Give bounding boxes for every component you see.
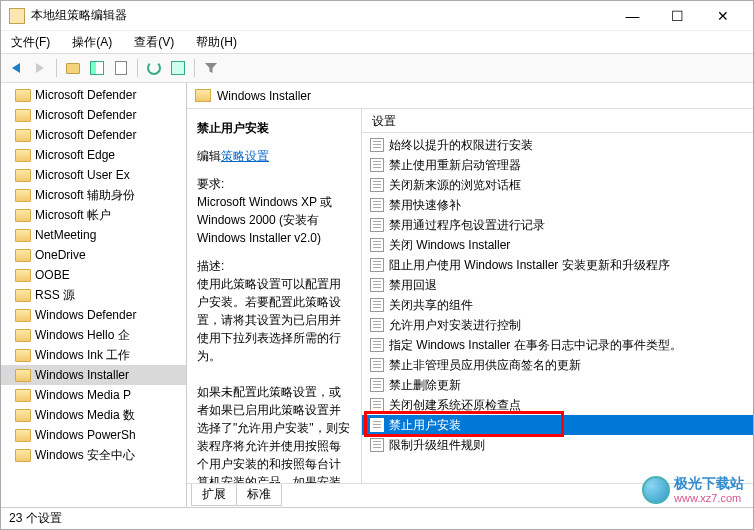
setting-item-label: 禁止使用重新启动管理器 (389, 157, 521, 174)
close-button[interactable]: ✕ (700, 2, 745, 30)
right-header-title: Windows Installer (217, 89, 311, 103)
tree-item-label: Windows Media 数 (35, 407, 135, 424)
titlebar: 本地组策略编辑器 — ☐ ✕ (1, 1, 753, 31)
policy-icon (370, 318, 384, 332)
tree-item[interactable]: OOBE (1, 265, 186, 285)
policy-icon (370, 378, 384, 392)
policy-icon (370, 178, 384, 192)
folder-icon (15, 409, 31, 422)
tree-item[interactable]: Microsoft Defender (1, 85, 186, 105)
status-text: 23 个设置 (9, 510, 62, 527)
settings-list[interactable]: 始终以提升的权限进行安装禁止使用重新启动管理器关闭新来源的浏览对话框禁用快速修补… (362, 133, 753, 483)
tree-item[interactable]: Microsoft 辅助身份 (1, 185, 186, 205)
policy-icon (370, 138, 384, 152)
tree-item[interactable]: NetMeeting (1, 225, 186, 245)
tree-item[interactable]: Windows Media P (1, 385, 186, 405)
tree-panel[interactable]: Microsoft DefenderMicrosoft DefenderMicr… (1, 83, 187, 507)
setting-item[interactable]: 禁用回退 (362, 275, 753, 295)
setting-item[interactable]: 禁止删除更新 (362, 375, 753, 395)
tree-item[interactable]: Windows Media 数 (1, 405, 186, 425)
tree-item-label: Microsoft Defender (35, 88, 136, 102)
desc-text: 使用此策略设置可以配置用户安装。若要配置此策略设置，请将其设置为已启用并使用下拉… (197, 275, 351, 483)
detail-edit-row: 编辑策略设置 (197, 147, 351, 165)
policy-icon (370, 198, 384, 212)
right-header: Windows Installer (187, 83, 753, 109)
tab-extended[interactable]: 扩展 (191, 484, 237, 506)
tree-item[interactable]: Windows 安全中心 (1, 445, 186, 465)
setting-item[interactable]: 指定 Windows Installer 在事务日志中记录的事件类型。 (362, 335, 753, 355)
policy-icon (370, 298, 384, 312)
properties-icon[interactable] (110, 57, 132, 79)
maximize-button[interactable]: ☐ (655, 2, 700, 30)
desc-label: 描述: (197, 257, 351, 275)
tree-item[interactable]: Windows PowerSh (1, 425, 186, 445)
menu-help[interactable]: 帮助(H) (192, 32, 241, 53)
tab-standard[interactable]: 标准 (236, 484, 282, 506)
tree-item[interactable]: Windows Ink 工作 (1, 345, 186, 365)
setting-item-label: 允许用户对安装进行控制 (389, 317, 521, 334)
tree-item-label: Windows Media P (35, 388, 131, 402)
folder-icon (15, 309, 31, 322)
setting-item-label: 禁用回退 (389, 277, 437, 294)
statusbar: 23 个设置 (1, 507, 753, 529)
tree-item-label: Windows Defender (35, 308, 136, 322)
tree-item[interactable]: Microsoft Edge (1, 145, 186, 165)
setting-item[interactable]: 关闭创建系统还原检查点 (362, 395, 753, 415)
folder-icon (15, 129, 31, 142)
menu-file[interactable]: 文件(F) (7, 32, 54, 53)
tree-item-label: OneDrive (35, 248, 86, 262)
tree-item-label: Windows Ink 工作 (35, 347, 130, 364)
forward-button[interactable] (29, 57, 51, 79)
setting-item[interactable]: 关闭 Windows Installer (362, 235, 753, 255)
tree-item[interactable]: Microsoft Defender (1, 125, 186, 145)
setting-item[interactable]: 禁用通过程序包设置进行记录 (362, 215, 753, 235)
folder-icon (15, 189, 31, 202)
setting-item-label: 关闭新来源的浏览对话框 (389, 177, 521, 194)
setting-item-label: 始终以提升的权限进行安装 (389, 137, 533, 154)
edit-policy-link[interactable]: 策略设置 (221, 149, 269, 163)
tree-item[interactable]: Windows Hello 企 (1, 325, 186, 345)
folder-icon (15, 369, 31, 382)
watermark: 极光下载站 www.xz7.com (642, 476, 744, 504)
setting-item[interactable]: 禁用快速修补 (362, 195, 753, 215)
setting-item-label: 关闭创建系统还原检查点 (389, 397, 521, 414)
menu-action[interactable]: 操作(A) (68, 32, 116, 53)
tree-item[interactable]: Windows Defender (1, 305, 186, 325)
setting-item[interactable]: 限制升级组件规则 (362, 435, 753, 455)
window-title: 本地组策略编辑器 (31, 7, 610, 24)
tree-item[interactable]: OneDrive (1, 245, 186, 265)
setting-item[interactable]: 禁止用户安装 (362, 415, 753, 435)
menu-view[interactable]: 查看(V) (130, 32, 178, 53)
tree-item-label: Windows 安全中心 (35, 447, 135, 464)
tree-item-label: OOBE (35, 268, 70, 282)
refresh-icon[interactable] (143, 57, 165, 79)
folder-icon (15, 329, 31, 342)
setting-item[interactable]: 阻止用户使用 Windows Installer 安装更新和升级程序 (362, 255, 753, 275)
up-folder-icon[interactable] (62, 57, 84, 79)
policy-icon (370, 258, 384, 272)
show-hide-tree-icon[interactable] (86, 57, 108, 79)
tree-item[interactable]: Microsoft Defender (1, 105, 186, 125)
policy-icon (370, 358, 384, 372)
settings-column-header[interactable]: 设置 (362, 109, 753, 133)
tree-item[interactable]: Microsoft User Ex (1, 165, 186, 185)
setting-item-label: 禁止非管理员应用供应商签名的更新 (389, 357, 581, 374)
tree-item-label: Microsoft User Ex (35, 168, 130, 182)
back-button[interactable] (5, 57, 27, 79)
setting-item[interactable]: 关闭共享的组件 (362, 295, 753, 315)
minimize-button[interactable]: — (610, 2, 655, 30)
watermark-cn: 极光下载站 (674, 476, 744, 491)
setting-item[interactable]: 关闭新来源的浏览对话框 (362, 175, 753, 195)
setting-item[interactable]: 禁止使用重新启动管理器 (362, 155, 753, 175)
tree-item[interactable]: Microsoft 帐户 (1, 205, 186, 225)
setting-item[interactable]: 始终以提升的权限进行安装 (362, 135, 753, 155)
setting-item[interactable]: 允许用户对安装进行控制 (362, 315, 753, 335)
filter-icon[interactable] (200, 57, 222, 79)
setting-item-label: 禁止删除更新 (389, 377, 461, 394)
export-icon[interactable] (167, 57, 189, 79)
watermark-url: www.xz7.com (674, 492, 744, 504)
setting-item[interactable]: 禁止非管理员应用供应商签名的更新 (362, 355, 753, 375)
folder-icon (15, 89, 31, 102)
tree-item[interactable]: Windows Installer (1, 365, 186, 385)
tree-item[interactable]: RSS 源 (1, 285, 186, 305)
